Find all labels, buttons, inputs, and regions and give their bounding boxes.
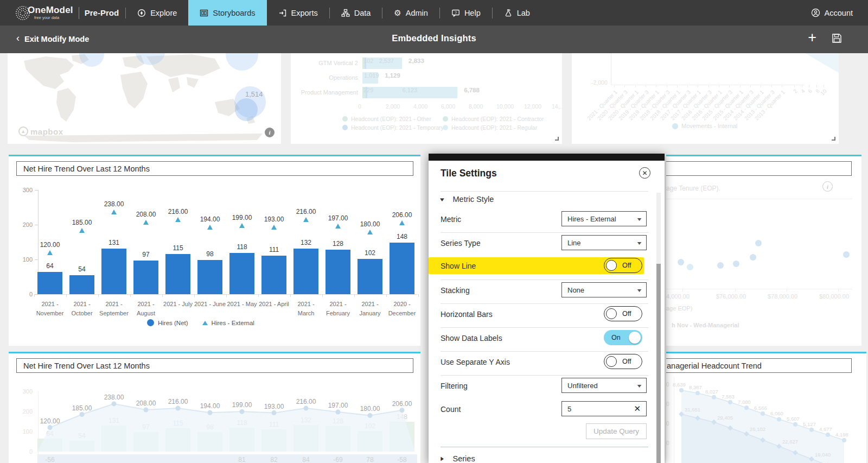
divider-cyan [441, 447, 648, 447]
x-axis-category-label: 2021 - June [193, 300, 227, 309]
mapbox-attribution[interactable]: ▲ mapbox [18, 126, 63, 136]
point-value-label: 26,102 [750, 426, 765, 432]
chevron-down-icon: ▾ [637, 383, 642, 389]
y-axis-tick-label: 200 [14, 221, 33, 228]
nav-item-help[interactable]: ? Help [440, 0, 492, 26]
point-value-label: 29,405 [717, 415, 733, 421]
add-tile-button[interactable]: + [808, 29, 816, 46]
x-axis-ticks: 02,0004,0006,0008,00010,00012,00014,... [291, 103, 562, 111]
section-metric-style[interactable]: ▾ Metric Style [441, 195, 494, 204]
filtering-select[interactable]: Unfiltered ▾ [561, 378, 647, 393]
stacking-label: Stacking [441, 286, 470, 295]
area-fragment [572, 53, 839, 75]
tile-title-input[interactable] [666, 161, 852, 176]
tile-movements-internal[interactable]: -2,0002021 - Quarter 12020 - Quarter 320… [572, 53, 839, 144]
stacked-bar-chart: GTM Vertical 21022,5372,833Operations1,0… [291, 53, 562, 144]
x-axis-tick [782, 85, 782, 87]
chevron-down-icon: ▾ [637, 216, 642, 222]
divider [441, 280, 648, 280]
tile-title-input[interactable]: Net Hire Trend Over Last 12 Months [16, 161, 413, 176]
x-axis-tick [290, 294, 291, 297]
x-axis-category-label: 2021 - May [225, 300, 259, 309]
x-axis-category-label: 2021 - July [161, 300, 195, 309]
divider [441, 191, 648, 192]
onemodel-logo[interactable]: OneModel free your data [0, 0, 73, 26]
negative-value-label: -58 [388, 456, 416, 463]
segment-value-label: 2,537 [379, 58, 394, 64]
legend-item: Headcount (EOP): 2021 - Temporary [342, 124, 444, 131]
count-input[interactable]: 5 ✕ [561, 401, 647, 416]
tile-net-hire-trend-preview[interactable]: Net Hire Trend Over Last 12 Months 01002… [9, 353, 420, 463]
show-line-toggle[interactable]: Off [604, 258, 642, 273]
account-icon [811, 8, 820, 17]
scatter-point [750, 254, 756, 261]
compass-icon [137, 9, 146, 17]
negative-value-label: -69 [324, 456, 352, 463]
tile-title-input[interactable]: anagerial Headcount Trend [666, 358, 852, 373]
horizontal-bars-toggle[interactable]: Off [604, 306, 642, 321]
section-series[interactable]: ▾ Series [441, 454, 475, 463]
bar-value-label: 128 [322, 417, 354, 425]
nav-item-explore[interactable]: Explore [126, 0, 188, 26]
x-axis-tick [740, 85, 741, 87]
point-value-label: 180.00 [354, 220, 386, 228]
tile-tenure-scatter[interactable]: age Tenure (EOP).i4,000.00$76,000.00$78,… [666, 156, 861, 346]
x-axis-category-label: 2021 - September [97, 300, 131, 318]
chart-info-icon[interactable]: i [822, 181, 833, 192]
x-axis-tick [719, 85, 719, 87]
tile-headcount-map[interactable]: 1,514 ▲ mapbox i [8, 53, 281, 144]
metric-label: Metric [441, 215, 461, 224]
x-axis-tick-label: 8,000 [469, 103, 483, 110]
x-axis-line [611, 85, 804, 85]
legend-item-hires-external: Hires - External [202, 320, 254, 326]
point-value-label: 22,627 [782, 439, 798, 445]
y-axis-tick-label-fragment: 0 [666, 401, 669, 407]
tile-resize-handle[interactable] [555, 137, 559, 141]
stacking-value: None [567, 286, 584, 294]
nav-item-data[interactable]: Data [330, 0, 382, 26]
x-axis-label-fragment: age EOP) [666, 305, 692, 312]
point-value-label: 238.00 [98, 200, 130, 208]
triangle-marker [335, 224, 341, 229]
point-value-label: 185.00 [66, 404, 98, 412]
nav-item-admin[interactable]: ⚙ Admin [382, 0, 439, 26]
nav-item-lab[interactable]: Lab [493, 0, 541, 26]
show-line-label: Show Line [441, 262, 476, 270]
scatter-point [678, 259, 684, 265]
segment-value-label: 1,019 [364, 72, 379, 79]
account-menu[interactable]: Account [811, 8, 853, 17]
metric-select[interactable]: Hires - External ▾ [561, 211, 647, 226]
point-value-label: 197.00 [322, 214, 354, 222]
clear-icon[interactable]: ✕ [634, 404, 641, 414]
bar [101, 426, 126, 452]
save-button[interactable] [832, 33, 842, 43]
nav-label: Help [464, 9, 481, 17]
tile-resize-handle[interactable] [832, 137, 835, 141]
close-icon[interactable]: ✕ [639, 167, 650, 179]
tile-net-hire-trend[interactable]: Net Hire Trend Over Last 12 Months 01002… [9, 156, 420, 346]
panel-drag-bar[interactable] [429, 154, 665, 161]
show-data-labels-toggle[interactable]: On [604, 330, 642, 345]
top-nav: OneModel free your data Pre-Prod Explore [0, 0, 868, 26]
logo-title: OneModel [28, 5, 73, 15]
series-type-select[interactable]: Line ▾ [561, 235, 647, 250]
y-axis-line [38, 391, 39, 463]
separate-y-axis-label: Use Separate Y Axis [441, 358, 510, 366]
update-query-button[interactable]: Update Query [586, 423, 647, 439]
bar [69, 441, 94, 452]
nav-item-exports[interactable]: Exports [267, 0, 329, 26]
stacking-select[interactable]: None ▾ [561, 282, 647, 297]
tile-drop-indicator [666, 352, 866, 353]
x-axis-line [666, 289, 852, 289]
tile-managerial-headcount[interactable]: anagerial Headcount Trend 00008,6398,387… [666, 353, 866, 463]
tile-title-input[interactable]: Net Hire Trend Over Last 12 Months [16, 358, 413, 373]
tile-headcount-stacked-bar[interactable]: GTM Vertical 21022,5372,833Operations1,0… [291, 53, 562, 144]
panel-scrollbar-thumb[interactable] [656, 264, 661, 463]
nav-item-storyboards[interactable]: Storyboards [188, 0, 266, 26]
bar-value-label: 54 [66, 265, 98, 273]
bar-value-label: 131 [98, 417, 130, 424]
map-info-icon[interactable]: i [265, 128, 275, 137]
bar-value-label: 148 [386, 233, 418, 240]
x-axis-tick [258, 294, 259, 297]
separate-y-axis-toggle[interactable]: Off [604, 354, 642, 369]
